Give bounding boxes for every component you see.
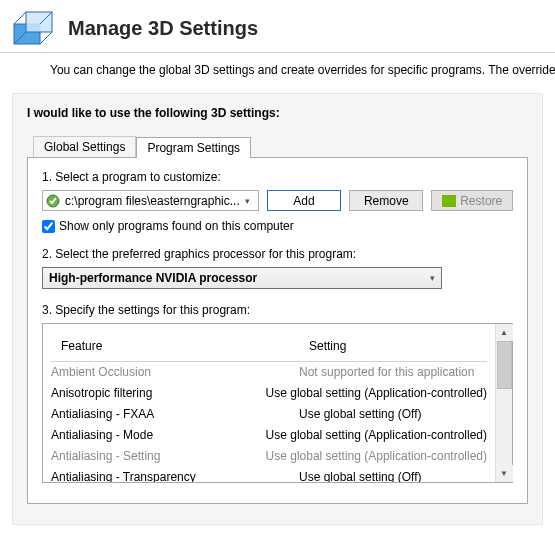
restore-button-label: Restore xyxy=(460,194,502,208)
step1-label: 1. Select a program to customize: xyxy=(42,170,513,184)
setting-cell: Use global setting (Application-controll… xyxy=(266,446,487,467)
settings-row[interactable]: Antialiasing - ModeUse global setting (A… xyxy=(51,425,487,446)
page-header: Manage 3D Settings xyxy=(0,0,555,53)
vertical-scrollbar[interactable]: ▲ ▼ xyxy=(495,324,512,482)
scroll-down-button[interactable]: ▼ xyxy=(496,465,513,482)
step2-label: 2. Select the preferred graphics process… xyxy=(42,247,513,261)
settings-3d-icon xyxy=(10,8,58,48)
svg-line-4 xyxy=(40,32,52,44)
feature-cell: Antialiasing - Mode xyxy=(51,425,266,446)
feature-cell: Antialiasing - Setting xyxy=(51,446,266,467)
setting-cell: Use global setting (Off) xyxy=(299,467,487,482)
step-2: 2. Select the preferred graphics process… xyxy=(42,247,513,289)
setting-cell: Use global setting (Off) xyxy=(299,404,487,425)
panel-heading: I would like to use the following 3D set… xyxy=(27,106,528,120)
svg-line-2 xyxy=(14,12,26,24)
settings-panel: I would like to use the following 3D set… xyxy=(12,93,543,525)
intro-text: You can change the global 3D settings an… xyxy=(0,53,555,77)
show-only-checkbox[interactable] xyxy=(42,220,55,233)
gpu-select-dropdown[interactable]: High-performance NVIDIA processor ▾ xyxy=(42,267,442,289)
gpu-selected-value: High-performance NVIDIA processor xyxy=(49,271,257,285)
tab-program-settings[interactable]: Program Settings xyxy=(136,137,251,158)
setting-cell: Use global setting (Application-controll… xyxy=(266,425,487,446)
feature-cell: Antialiasing - FXAA xyxy=(51,404,299,425)
scroll-up-button[interactable]: ▲ xyxy=(496,324,513,341)
tab-global-settings[interactable]: Global Settings xyxy=(33,136,136,157)
page-title: Manage 3D Settings xyxy=(68,17,258,40)
restore-button[interactable]: Restore xyxy=(431,190,513,211)
settings-list-box: Feature Setting Ambient OcclusionNot sup… xyxy=(42,323,513,483)
scroll-thumb[interactable] xyxy=(497,341,512,389)
feature-cell: Antialiasing - Transparency xyxy=(51,467,299,482)
step-3: 3. Specify the settings for this program… xyxy=(42,303,513,483)
settings-list[interactable]: Feature Setting Ambient OcclusionNot sup… xyxy=(43,324,495,482)
show-only-label: Show only programs found on this compute… xyxy=(59,219,294,233)
chevron-down-icon: ▾ xyxy=(240,196,256,206)
chevron-down-icon: ▾ xyxy=(430,273,435,283)
step-1: 1. Select a program to customize: c:\pro… xyxy=(42,170,513,233)
step3-label: 3. Specify the settings for this program… xyxy=(42,303,513,317)
feature-cell: Ambient Occlusion xyxy=(51,362,299,383)
program-icon xyxy=(45,193,61,209)
tab-content: 1. Select a program to customize: c:\pro… xyxy=(27,157,528,504)
setting-cell: Use global setting (Application-controll… xyxy=(266,383,487,404)
settings-row[interactable]: Antialiasing - TransparencyUse global se… xyxy=(51,467,487,482)
program-select-dropdown[interactable]: c:\program files\easterngraphic... ▾ xyxy=(42,190,259,211)
setting-cell: Not supported for this application xyxy=(299,362,487,383)
settings-row[interactable]: Anisotropic filteringUse global setting … xyxy=(51,383,487,404)
settings-row: Ambient OcclusionNot supported for this … xyxy=(51,362,487,383)
column-setting-header: Setting xyxy=(309,336,477,357)
svg-rect-1 xyxy=(26,12,52,32)
tab-strip: Global Settings Program Settings xyxy=(33,136,528,157)
program-path-text: c:\program files\easterngraphic... xyxy=(65,194,240,208)
show-only-checkbox-row[interactable]: Show only programs found on this compute… xyxy=(42,219,513,233)
nvidia-logo-icon xyxy=(442,195,456,207)
feature-cell: Anisotropic filtering xyxy=(51,383,266,404)
settings-header-row: Feature Setting xyxy=(51,328,487,362)
settings-row[interactable]: Antialiasing - FXAAUse global setting (O… xyxy=(51,404,487,425)
column-feature-header: Feature xyxy=(61,336,309,357)
settings-row: Antialiasing - SettingUse global setting… xyxy=(51,446,487,467)
remove-button[interactable]: Remove xyxy=(349,190,423,211)
add-button[interactable]: Add xyxy=(267,190,341,211)
